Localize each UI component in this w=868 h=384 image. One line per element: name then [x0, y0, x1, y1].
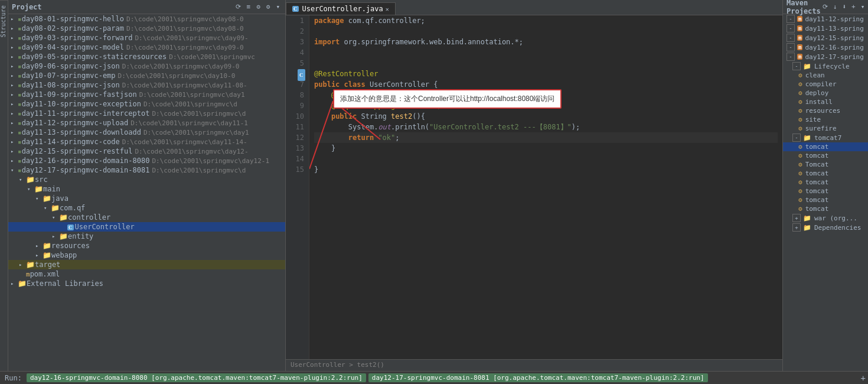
tree-item-day08-01[interactable]: ▸▪day08-01-springmvc-hello D:\code\2001\…	[8, 14, 285, 24]
maven-item-9[interactable]: ⚙install	[783, 97, 868, 106]
maven-item-17[interactable]: ⚙tomcat	[783, 169, 868, 178]
tree-item-day11-12[interactable]: ▸▪day11-12-springmvc-upload D:\code\2001…	[8, 118, 285, 128]
tree-arrow-day11-12[interactable]: ▸	[11, 120, 17, 126]
maven-item-1[interactable]: -mday11-13-spring	[783, 24, 868, 33]
tree-arrow-webapp[interactable]: ▸	[35, 252, 41, 258]
maven-item-0[interactable]: -mday11-12-spring	[783, 14, 868, 24]
tree-arrow-day09-06[interactable]: ▸	[11, 63, 17, 69]
maven-item-8[interactable]: ⚙deploy	[783, 89, 868, 97]
tree-item-com.qf[interactable]: ▾📁com.qf	[8, 203, 285, 213]
tree-item-day12-15[interactable]: ▸▪day12-15-springmvc-restful D:\code\200…	[8, 147, 285, 156]
maven-item-22[interactable]: +📁war (org...	[783, 213, 868, 223]
tree-arrow-day11-10[interactable]: ▸	[11, 101, 17, 107]
tree-item-day11-13[interactable]: ▸▪day11-13-springmvc-downloadd D:\code\2…	[8, 128, 285, 137]
tree-item-day11-14[interactable]: ▸▪day11-14-springmvc-code D:\code\2001\s…	[8, 137, 285, 147]
tree-arrow-controller[interactable]: ▾	[52, 214, 58, 220]
maven-import-icon[interactable]: ⬇	[840, 2, 848, 11]
tree-item-day09-05[interactable]: ▸▪day09-05-springmvc-staticresources D:\…	[8, 52, 285, 61]
maven-expand-0[interactable]: -	[787, 15, 795, 23]
tree-arrow-src[interactable]: ▾	[19, 177, 25, 183]
tree-item-day11-09[interactable]: ▸▪day11-09-springmvc-fastjson D:\code\20…	[8, 90, 285, 99]
tab-usercontroller[interactable]: C UserController.java ✕	[286, 2, 396, 15]
maven-item-6[interactable]: ⚙clean	[783, 71, 868, 80]
tree-arrow-External Libraries[interactable]: ▸	[11, 281, 17, 287]
tree-item-target[interactable]: ▸📁target	[8, 260, 285, 269]
collapse-icon[interactable]: ≡	[245, 2, 253, 11]
maven-item-7[interactable]: ⚙compiler	[783, 80, 868, 89]
maven-expand-4[interactable]: -	[787, 53, 795, 61]
maven-expand-22[interactable]: +	[792, 214, 801, 222]
tab-close-icon[interactable]: ✕	[386, 6, 389, 12]
tree-arrow-day11-11[interactable]: ▸	[11, 110, 17, 116]
tree-item-src[interactable]: ▾📁src	[8, 175, 285, 184]
settings-icon[interactable]: ⚙	[254, 2, 262, 11]
tree-item-External Libraries[interactable]: ▸📁External Libraries	[8, 279, 285, 288]
maven-expand-13[interactable]: -	[792, 134, 801, 142]
tree-item-day12-17[interactable]: ▾▪day12-17-springmvc-domain-8081 D:\code…	[8, 165, 285, 175]
maven-item-4[interactable]: -mday12-17-spring	[783, 52, 868, 61]
tree-item-day12-16[interactable]: ▸▪day12-16-springmvc-domain-8080 D:\code…	[8, 156, 285, 165]
tree-arrow-day08-02[interactable]: ▸	[11, 25, 17, 31]
tree-item-day09-03[interactable]: ▸▪day09-03-springmvc-forward D:\code\200…	[8, 33, 285, 43]
tree-arrow-main[interactable]: ▾	[27, 186, 33, 192]
tree-item-UserController[interactable]: CUserController	[8, 222, 285, 232]
tree-arrow-day11-14[interactable]: ▸	[11, 139, 17, 145]
tree-item-day11-11[interactable]: ▸▪day11-11-springmvc-interceptot D:\code…	[8, 109, 285, 118]
tree-item-day10-07[interactable]: ▸▪day10-07-springmvc-emp D:\code\2001\sp…	[8, 71, 285, 80]
tree-arrow-day12-16[interactable]: ▸	[11, 158, 17, 164]
status-item-1[interactable]: day12-16-springmvc-domain-8080 [org.apac…	[27, 373, 366, 382]
tree-item-controller[interactable]: ▾📁controller	[8, 213, 285, 222]
tree-arrow-day09-03[interactable]: ▸	[11, 35, 17, 41]
tree-item-main[interactable]: ▾📁main	[8, 184, 285, 194]
maven-add-icon[interactable]: +	[850, 2, 857, 11]
sync-icon[interactable]: ⟳	[234, 2, 243, 11]
maven-item-19[interactable]: ⚙tomcat	[783, 187, 868, 196]
maven-item-18[interactable]: ⚙tomcat	[783, 178, 868, 187]
tree-item-day11-10[interactable]: ▸▪day11-10-springmvc-exception D:\code\2…	[8, 99, 285, 109]
tree-arrow-resources[interactable]: ▸	[35, 243, 41, 249]
maven-item-13[interactable]: -📁tomcat7	[783, 133, 868, 142]
maven-expand-1[interactable]: -	[787, 24, 795, 32]
gear-icon[interactable]: ⚙	[265, 2, 272, 11]
maven-item-16[interactable]: ⚙Tomcat	[783, 160, 868, 169]
maven-item-3[interactable]: -mday12-16-spring	[783, 43, 868, 52]
tree-item-day09-04[interactable]: ▸▪day09-04-springmvc-model D:\code\2001\…	[8, 43, 285, 52]
status-item-2[interactable]: day12-17-springmvc-domain-8081 [org.apac…	[368, 373, 708, 382]
tree-arrow-day11-08[interactable]: ▸	[11, 82, 17, 88]
tree-item-java[interactable]: ▾📁java	[8, 194, 285, 203]
maven-expand-2[interactable]: -	[787, 34, 795, 42]
tree-arrow-day09-05[interactable]: ▸	[11, 54, 17, 60]
tree-arrow-java[interactable]: ▾	[35, 196, 41, 201]
tree-arrow-day12-17[interactable]: ▾	[11, 167, 17, 173]
tree-arrow-day11-09[interactable]: ▸	[11, 92, 17, 97]
tree-item-pom.xml[interactable]: mpom.xml	[8, 269, 285, 279]
tree-arrow-day12-15[interactable]: ▸	[11, 148, 17, 154]
status-plus-icon[interactable]: +	[861, 373, 866, 383]
maven-expand-3[interactable]: -	[787, 43, 795, 51]
tree-arrow-day11-13[interactable]: ▸	[11, 129, 17, 135]
structure-tab[interactable]: Structure	[0, 0, 8, 42]
tree-arrow-day08-01[interactable]: ▸	[11, 16, 17, 22]
tree-arrow-target[interactable]: ▸	[19, 262, 25, 268]
maven-item-11[interactable]: ⚙site	[783, 115, 868, 124]
maven-collapse-icon[interactable]: ↓	[831, 2, 839, 11]
tree-item-entity[interactable]: ▸📁entity	[8, 232, 285, 241]
maven-item-21[interactable]: ⚙tomcat	[783, 204, 868, 213]
tree-arrow-day09-04[interactable]: ▸	[11, 44, 17, 50]
tree-arrow-day10-07[interactable]: ▸	[11, 73, 17, 79]
tree-item-day11-08[interactable]: ▸▪day11-08-springmvc-json D:\code\2001\s…	[8, 80, 285, 90]
code-area[interactable]: package com.qf.controller; import org.sp…	[309, 15, 782, 359]
tree-item-day09-06[interactable]: ▸▪day09-06-springmvc-json D:\code\2001\s…	[8, 61, 285, 71]
maven-item-23[interactable]: +📁Dependencies	[783, 223, 868, 232]
tree-arrow-entity[interactable]: ▸	[52, 233, 58, 239]
maven-item-10[interactable]: ⚙resources	[783, 106, 868, 115]
maven-options-icon[interactable]: ▾	[859, 2, 867, 11]
options-icon[interactable]: ▾	[274, 2, 282, 11]
tree-item-webapp[interactable]: ▸📁webapp	[8, 250, 285, 260]
maven-item-14[interactable]: ⚙tomcat	[783, 142, 868, 151]
maven-item-12[interactable]: ⚙surefire	[783, 124, 868, 133]
maven-expand-23[interactable]: +	[792, 223, 801, 232]
tree-arrow-com.qf[interactable]: ▾	[44, 205, 50, 211]
maven-item-20[interactable]: ⚙tomcat	[783, 196, 868, 204]
maven-refresh-icon[interactable]: ⟳	[821, 2, 830, 11]
